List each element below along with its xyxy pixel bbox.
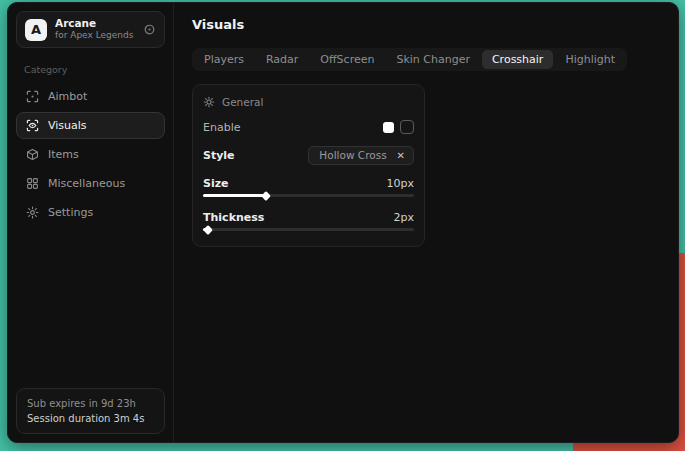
tab-players[interactable]: Players <box>194 50 254 69</box>
sidebar-item-aimbot[interactable]: Aimbot <box>16 83 165 110</box>
sidebar-item-label: Items <box>48 148 79 161</box>
sun-gear-icon <box>203 96 215 108</box>
sidebar-item-settings[interactable]: Settings <box>16 199 165 226</box>
tab-highlight[interactable]: Highlight <box>555 50 625 69</box>
enable-checkbox[interactable] <box>400 120 414 134</box>
tab-crosshair[interactable]: Crosshair <box>482 50 553 69</box>
crosshair-scan-icon <box>26 90 39 103</box>
main-panel: Visuals Players Radar OffScreen Skin Cha… <box>174 3 678 442</box>
gear-icon <box>26 206 39 219</box>
tab-skin-changer[interactable]: Skin Changer <box>386 50 480 69</box>
style-select-button[interactable]: Hollow Cross ✕ <box>308 146 414 165</box>
clear-x-icon[interactable]: ✕ <box>397 150 405 161</box>
size-slider-thumb[interactable] <box>261 191 271 201</box>
app-header-card: A Arcane for Apex Legends <box>16 11 165 48</box>
sidebar-item-label: Aimbot <box>48 90 87 103</box>
general-card: General Enable Style Hollow Cross ✕ Size… <box>192 84 425 247</box>
general-section-title: General <box>222 96 263 108</box>
size-value: 10px <box>387 177 415 190</box>
target-pin-icon[interactable] <box>143 23 156 36</box>
sidebar-item-items[interactable]: Items <box>16 141 165 168</box>
session-duration-text: Session duration 3m 4s <box>27 411 154 426</box>
size-slider[interactable] <box>203 194 414 197</box>
sidebar: A Arcane for Apex Legends Category Aimbo <box>8 3 174 442</box>
style-selected-value: Hollow Cross <box>319 149 386 161</box>
sidebar-item-label: Settings <box>48 206 93 219</box>
sidebar-item-visuals[interactable]: Visuals <box>16 112 165 139</box>
thickness-label: Thickness <box>203 211 264 224</box>
size-slider-fill <box>203 194 266 197</box>
tab-radar[interactable]: Radar <box>256 50 308 69</box>
subscription-stats-card: Sub expires in 9d 23h Session duration 3… <box>16 388 165 434</box>
thickness-value: 2px <box>394 211 415 224</box>
size-row: Size 10px <box>203 177 414 190</box>
style-row: Style Hollow Cross ✕ <box>203 146 414 165</box>
app-name: Arcane <box>55 17 135 30</box>
color-swatch[interactable] <box>383 122 394 133</box>
enable-row: Enable <box>203 120 414 134</box>
grid-icon <box>26 177 39 190</box>
eye-scan-icon <box>26 119 39 132</box>
app-logo: A <box>25 19 47 41</box>
size-label: Size <box>203 177 229 190</box>
sidebar-item-label: Miscellaneous <box>48 177 125 190</box>
style-label: Style <box>203 149 235 162</box>
app-subtitle: for Apex Legends <box>55 30 135 41</box>
arcane-menu-window: A Arcane for Apex Legends Category Aimbo <box>7 2 679 443</box>
sub-expires-text: Sub expires in 9d 23h <box>27 396 154 411</box>
thickness-row: Thickness 2px <box>203 211 414 224</box>
thickness-slider-thumb[interactable] <box>203 225 213 235</box>
sidebar-item-miscellaneous[interactable]: Miscellaneous <box>16 170 165 197</box>
app-title-block: Arcane for Apex Legends <box>55 17 135 41</box>
tab-offscreen[interactable]: OffScreen <box>310 50 384 69</box>
general-card-header: General <box>203 96 414 108</box>
category-label: Category <box>24 64 165 75</box>
visuals-tabbar: Players Radar OffScreen Skin Changer Cro… <box>192 48 627 71</box>
sidebar-item-label: Visuals <box>48 119 87 132</box>
box-icon <box>26 148 39 161</box>
page-title: Visuals <box>192 17 678 32</box>
enable-label: Enable <box>203 121 240 134</box>
thickness-slider[interactable] <box>203 228 414 231</box>
